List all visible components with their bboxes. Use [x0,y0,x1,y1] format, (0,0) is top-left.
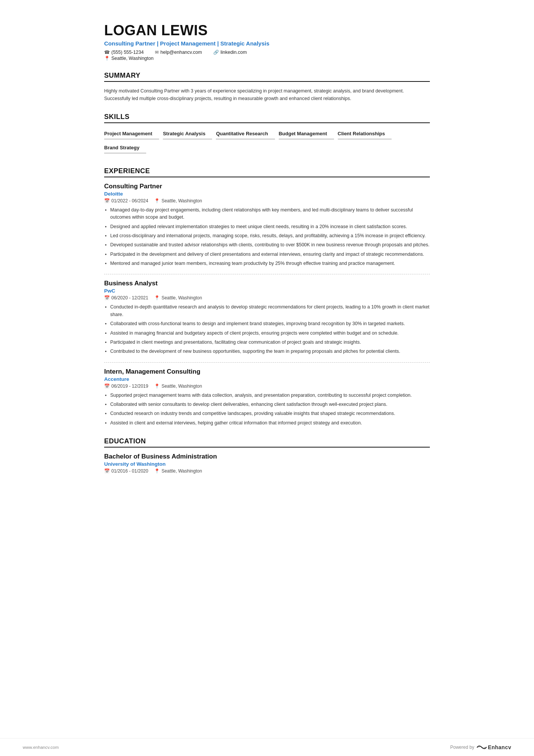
bullet-item: Collaborated with senior consultants to … [104,401,430,408]
bullet-item: Mentored and managed junior team members… [104,260,430,267]
job-location: 📍 Seattle, Washington [154,383,202,389]
bullet-item: Developed sustainable and trusted adviso… [104,241,430,249]
job-bullets: Conducted in-depth quantitative research… [104,304,430,355]
edu-location: 📍 Seattle, Washington [154,468,202,474]
bullet-item: Led cross-disciplinary and international… [104,232,430,239]
summary-text: Highly motivated Consulting Partner with… [104,87,430,102]
resume-page: LOGAN LEWIS Consulting Partner | Project… [97,0,437,504]
skill-item: Brand Strategy [104,142,146,153]
experience-section: EXPERIENCE Consulting Partner Deloitte 📅… [104,167,430,427]
company-name: PwC [104,288,430,294]
calendar-icon: 📅 [104,295,110,301]
footer-website: www.enhancv.com [23,745,59,750]
job-separator [104,362,430,363]
job-dates: 📅 06/2019 - 12/2019 [104,383,148,389]
candidate-title: Consulting Partner | Project Management … [104,40,430,47]
degree-title: Bachelor of Business Administration [104,453,430,460]
location-text: Seattle, Washington [111,56,153,61]
summary-section: SUMMARY Highly motivated Consulting Part… [104,72,430,102]
job-entry: Intern, Management Consulting Accenture … [104,368,430,427]
job-entry: Consulting Partner Deloitte 📅 01/2022 - … [104,183,430,268]
job-separator [104,274,430,274]
skills-title: SKILLS [104,113,430,123]
company-name: Accenture [104,376,430,382]
phone-icon: ☎ [104,50,110,55]
skill-item: Project Management [104,128,159,139]
bullet-item: Conducted in-depth quantitative research… [104,304,430,318]
contact-email: ✉ help@enhancv.com [155,50,202,55]
bullet-item: Managed day-to-day project engagements, … [104,207,430,221]
logo-svg [476,744,487,751]
skill-item: Client Relationships [338,128,392,139]
job-dates: 📅 01/2022 - 06/2024 [104,198,148,203]
company-name: Deloitte [104,191,430,197]
bullet-item: Assisted in client and external intervie… [104,419,430,427]
enhancv-logo: Enhancv [476,744,511,751]
footer: www.enhancv.com Powered by Enhancv [0,738,534,756]
skill-item: Budget Management [279,128,334,139]
edu-calendar-icon: 📅 [104,468,110,474]
institution-name: University of Washington [104,461,430,467]
job-location: 📍 Seattle, Washington [154,198,202,203]
education-entry: Bachelor of Business Administration Univ… [104,453,430,474]
skills-grid: Project ManagementStrategic AnalysisQuan… [104,128,430,157]
contact-phone: ☎ (555) 555-1234 [104,50,144,55]
job-bullets: Supported project management teams with … [104,392,430,427]
bullet-item: Designed and applied relevant implementa… [104,223,430,230]
summary-title: SUMMARY [104,72,430,82]
contact-row-2: 📍 Seattle, Washington [104,56,430,61]
skill-item: Strategic Analysis [163,128,212,139]
contact-row: ☎ (555) 555-1234 ✉ help@enhancv.com 🔗 li… [104,50,430,55]
bullet-item: Assisted in managing financial and budge… [104,330,430,337]
edu-meta: 📅 01/2016 - 01/2020 📍 Seattle, Washingto… [104,468,430,474]
contact-location: 📍 Seattle, Washington [104,56,153,61]
job-location: 📍 Seattle, Washington [154,295,202,301]
brand-name: Enhancv [488,744,511,750]
powered-by-text: Powered by [450,745,474,750]
location-pin-icon: 📍 [154,383,160,389]
job-title: Intern, Management Consulting [104,368,430,376]
education-section: EDUCATION Bachelor of Business Administr… [104,437,430,474]
linkedin-text: linkedin.com [220,50,247,55]
edu-location-icon: 📍 [154,468,160,474]
experience-title: EXPERIENCE [104,167,430,177]
location-pin-icon: 📍 [154,198,160,203]
email-icon: ✉ [155,50,159,55]
skills-section: SKILLS Project ManagementStrategic Analy… [104,113,430,157]
phone-text: (555) 555-1234 [111,50,144,55]
bullet-item: Conducted research on industry trends an… [104,410,430,417]
bullet-item: Participated in client meetings and pres… [104,339,430,346]
job-meta: 📅 01/2022 - 06/2024 📍 Seattle, Washingto… [104,198,430,203]
location-pin-icon: 📍 [154,295,160,301]
email-text: help@enhancv.com [160,50,202,55]
job-bullets: Managed day-to-day project engagements, … [104,207,430,268]
bullet-item: Supported project management teams with … [104,392,430,399]
skill-item: Quantitative Research [216,128,275,139]
location-icon: 📍 [104,56,110,61]
contact-linkedin: 🔗 linkedin.com [213,50,247,55]
header: LOGAN LEWIS Consulting Partner | Project… [104,23,430,61]
education-title: EDUCATION [104,437,430,448]
bullet-item: Collaborated with cross-functional teams… [104,320,430,327]
candidate-name: LOGAN LEWIS [104,23,430,39]
job-entry: Business Analyst PwC 📅 06/2020 - 12/2021… [104,280,430,355]
bullet-item: Participated in the development and deli… [104,251,430,258]
job-meta: 📅 06/2020 - 12/2021 📍 Seattle, Washingto… [104,295,430,301]
job-title: Consulting Partner [104,183,430,190]
job-dates: 📅 06/2020 - 12/2021 [104,295,148,301]
bullet-item: Contributed to the development of new bu… [104,348,430,355]
jobs-container: Consulting Partner Deloitte 📅 01/2022 - … [104,183,430,427]
job-title: Business Analyst [104,280,430,287]
job-meta: 📅 06/2019 - 12/2019 📍 Seattle, Washingto… [104,383,430,389]
edu-container: Bachelor of Business Administration Univ… [104,453,430,474]
footer-brand: Powered by Enhancv [450,744,511,751]
calendar-icon: 📅 [104,383,110,389]
calendar-icon: 📅 [104,198,110,203]
linkedin-icon: 🔗 [213,50,219,55]
edu-dates: 📅 01/2016 - 01/2020 [104,468,148,474]
